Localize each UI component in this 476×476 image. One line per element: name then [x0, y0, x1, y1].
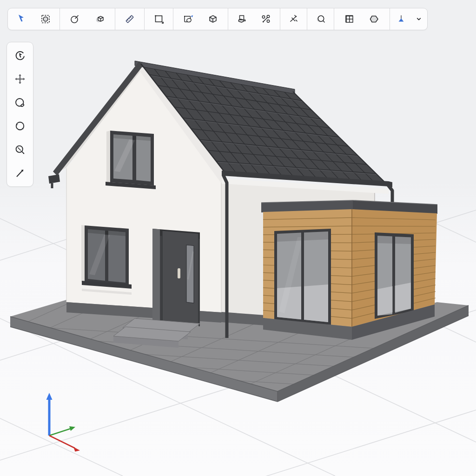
tool-look-around[interactable] — [311, 10, 331, 28]
nav-pan[interactable] — [10, 69, 30, 89]
toolbar-group-pattern — [334, 8, 390, 30]
toolbar-group-axes — [280, 8, 307, 30]
nav-sidebar — [7, 42, 33, 187]
nav-orbit-select[interactable] — [10, 46, 30, 66]
nav-zoom[interactable] — [10, 139, 30, 160]
rectangle-icon — [153, 13, 165, 25]
gutter-end-left — [48, 174, 60, 188]
extension-front-door[interactable] — [274, 229, 331, 325]
magnifier-icon — [14, 144, 26, 156]
nav-rotate-view[interactable] — [10, 116, 30, 136]
shaded-box-icon — [94, 13, 106, 25]
extension-side-door[interactable] — [375, 232, 414, 319]
face-flag-icon — [183, 13, 194, 25]
toolbar-group-measure — [115, 8, 145, 30]
toolbar-group-rectangle — [145, 8, 173, 30]
orbit-icon — [14, 97, 26, 109]
scene-canvas[interactable] — [0, 0, 476, 476]
circle-radius-icon — [69, 13, 80, 25]
ruler-icon — [124, 13, 135, 25]
attic-window[interactable] — [106, 131, 156, 189]
toolbar-group-plumb — [390, 8, 427, 30]
viewport-3d[interactable] — [0, 0, 476, 476]
tool-rectangle[interactable] — [149, 10, 169, 28]
tool-measure[interactable] — [120, 10, 139, 28]
orbit-cursor-icon — [14, 50, 26, 62]
tool-solid[interactable] — [90, 10, 110, 28]
lens-icon — [315, 13, 326, 25]
nav-zoom-line[interactable] — [10, 163, 30, 183]
toolbar-group-modify — [228, 8, 280, 30]
tool-push-pull[interactable] — [232, 10, 252, 28]
marquee-circle-icon — [40, 13, 51, 25]
plumb-bob-icon — [396, 13, 407, 25]
cube-icon — [207, 13, 218, 25]
app-window — [0, 0, 476, 476]
toolbar-group-look — [307, 8, 334, 30]
tool-circle[interactable] — [65, 10, 85, 28]
cursor-icon — [16, 13, 27, 25]
tool-offset[interactable] — [256, 10, 276, 28]
tool-plumb-more[interactable] — [412, 10, 426, 28]
nav-orbit[interactable] — [10, 93, 30, 113]
pan-arrows-icon — [14, 73, 26, 85]
extension[interactable] — [261, 200, 437, 340]
tool-grid[interactable] — [340, 10, 359, 28]
toolbar-group-select — [8, 8, 60, 30]
front-window[interactable] — [81, 225, 132, 295]
tool-plumb[interactable] — [391, 10, 411, 28]
door-handle[interactable] — [178, 268, 180, 278]
offset-circles-icon — [260, 13, 271, 25]
entry-door[interactable] — [152, 229, 200, 327]
tool-axes[interactable] — [284, 10, 304, 28]
push-pull-icon — [237, 13, 248, 25]
tool-polygon[interactable] — [364, 10, 384, 28]
chevron-down-icon — [414, 14, 423, 24]
toolbar-group-shapes — [60, 8, 115, 30]
crossed-axes-icon — [288, 13, 299, 25]
tool-box[interactable] — [203, 10, 223, 28]
grid-icon — [344, 13, 355, 25]
arrow-line-icon — [14, 167, 26, 179]
tool-modify-face[interactable] — [178, 10, 198, 28]
hexagon-icon — [369, 13, 380, 25]
tool-marquee-select[interactable] — [36, 10, 55, 28]
toolbar-group-solids — [173, 8, 228, 30]
downspout-right — [387, 184, 392, 204]
door-jamb — [152, 229, 160, 322]
toolbar — [7, 8, 428, 30]
tool-select[interactable] — [12, 10, 32, 28]
rotate-circle-icon — [14, 120, 26, 132]
